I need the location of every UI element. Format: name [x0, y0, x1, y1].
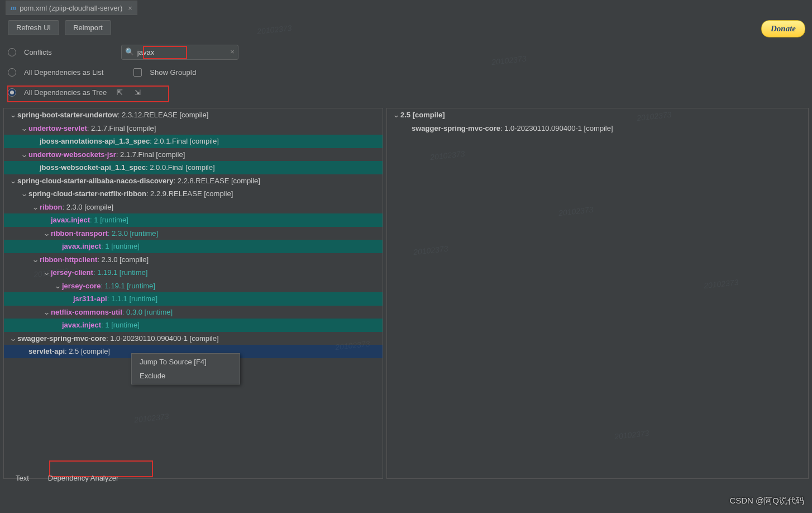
radio-tree[interactable]: [8, 88, 16, 97]
tree-row[interactable]: ⌄undertow-websockets-jsr : 2.1.7.Final […: [4, 148, 383, 162]
context-menu: Jump To Source [F4] Exclude: [131, 353, 240, 384]
check-show-groupid[interactable]: [133, 68, 142, 77]
dependency-version: : 2.1.7.Final [compile]: [87, 124, 156, 132]
right-usage-tree: ⌄2.5 [compile]swagger-spring-mvc-core : …: [386, 108, 809, 479]
dependency-name: javax.inject: [51, 216, 90, 224]
search-icon: 🔍: [125, 48, 134, 56]
radio-conflicts[interactable]: [8, 48, 16, 56]
tree-row[interactable]: ⌄netflix-commons-util : 0.3.0 [runtime]: [4, 306, 383, 319]
show-groupid-label: Show GroupId: [150, 68, 196, 77]
tree-row[interactable]: ⌄swagger-spring-mvc-core : 1.0-20230110.…: [4, 332, 383, 345]
dependency-name: spring-cloud-starter-netflix-ribbon: [28, 189, 146, 198]
tab-text[interactable]: Text: [8, 471, 37, 485]
chevron-down-icon[interactable]: ⌄: [9, 111, 18, 119]
clear-search-icon[interactable]: ×: [230, 48, 235, 56]
chevron-down-icon[interactable]: ⌄: [31, 203, 41, 211]
chevron-down-icon[interactable]: ⌄: [20, 124, 30, 132]
tree-row[interactable]: javax.inject : 1 [runtime]: [4, 240, 383, 253]
tree-row[interactable]: ⌄spring-cloud-starter-alibaba-nacos-disc…: [4, 174, 383, 188]
dependency-name: jersey-core: [62, 282, 101, 290]
tree-row[interactable]: ⌄spring-cloud-starter-netflix-ribbon : 2…: [4, 187, 383, 201]
tab-title: pom.xml (zpiip-cloudhall-server): [20, 4, 122, 12]
tree-row[interactable]: ⌄spring-boot-starter-undertow : 2.3.12.R…: [4, 108, 383, 122]
chevron-down-icon[interactable]: ⌄: [20, 150, 30, 159]
chevron-down-icon[interactable]: ⌄: [9, 334, 18, 343]
dependency-name: ribbon-httpclient: [40, 255, 97, 264]
close-icon[interactable]: ×: [128, 4, 132, 12]
conflicts-label: Conflicts: [24, 48, 52, 56]
chevron-down-icon[interactable]: ⌄: [42, 308, 52, 316]
chevron-down-icon[interactable]: ⌄: [42, 268, 52, 277]
dependency-name: 2.5 [compile]: [400, 111, 445, 119]
tab-dependency-analyzer[interactable]: Dependency Analyzer: [40, 471, 126, 485]
donate-button[interactable]: Donate: [761, 20, 805, 37]
search-input[interactable]: [121, 45, 238, 60]
dependency-version: : 1.0-20230110.090400-1 [compile]: [106, 334, 219, 343]
list-label: All Dependencies as List: [24, 68, 103, 77]
tree-row[interactable]: ⌄ribbon-transport : 2.3.0 [runtime]: [4, 227, 383, 240]
chevron-down-icon[interactable]: ⌄: [31, 255, 41, 264]
tree-row[interactable]: ⌄jersey-core : 1.19.1 [runtime]: [4, 279, 383, 293]
dependency-name: netflix-commons-util: [51, 308, 122, 316]
dependency-name: spring-cloud-starter-alibaba-nacos-disco…: [17, 177, 174, 185]
tree-row[interactable]: javax.inject : 1 [runtime]: [4, 213, 383, 227]
dependency-name: jsr311-api: [73, 294, 107, 303]
dependency-name: ribbon-transport: [51, 229, 108, 238]
ctx-jump-to-source[interactable]: Jump To Source [F4]: [132, 355, 240, 369]
dependency-name: javax.inject: [62, 321, 101, 329]
dependency-version: : 1 [runtime]: [101, 321, 140, 329]
dependency-version: : 2.5 [compile]: [65, 347, 110, 355]
tree-row[interactable]: ⌄jersey-client : 1.19.1 [runtime]: [4, 266, 383, 279]
dependency-name: spring-boot-starter-undertow: [17, 111, 118, 119]
dependency-version: : 2.1.7.Final [compile]: [116, 150, 185, 159]
tree-row[interactable]: jboss-annotations-api_1.3_spec : 2.0.1.F…: [4, 135, 383, 148]
editor-tab[interactable]: m pom.xml (zpiip-cloudhall-server) ×: [6, 1, 137, 15]
dependency-name: swagger-spring-mvc-core: [17, 334, 106, 343]
dependency-version: : 0.3.0 [runtime]: [122, 308, 173, 316]
dependency-version: : 2.0.1.Final [compile]: [150, 137, 219, 145]
dependency-version: : 1.0-20230110.090400-1 [compile]: [500, 124, 613, 132]
dependency-name: servlet-api: [28, 347, 65, 355]
dependency-name: undertow-websockets-jsr: [28, 150, 116, 159]
attribution: CSDN @阿Q说代码: [729, 496, 804, 506]
tree-row[interactable]: ⌄undertow-servlet : 2.1.7.Final [compile…: [4, 122, 383, 135]
search-input-wrapper: 🔍 ×: [121, 45, 238, 60]
dependency-version: : 1.19.1 [runtime]: [93, 268, 148, 277]
reimport-button[interactable]: Reimport: [65, 20, 111, 35]
dependency-name: jboss-websocket-api_1.1_spec: [40, 163, 146, 172]
dependency-version: : 2.3.0 [compile]: [97, 255, 149, 264]
tree-row[interactable]: ⌄ribbon-httpclient : 2.3.0 [compile]: [4, 253, 383, 267]
left-dependency-tree: ⌄spring-boot-starter-undertow : 2.3.12.R…: [3, 108, 383, 479]
chevron-down-icon[interactable]: ⌄: [392, 111, 402, 119]
collapse-all-icon[interactable]: ⇲: [132, 88, 142, 97]
expand-all-icon[interactable]: ⇱: [114, 88, 125, 97]
dependency-version: : 2.3.0 [compile]: [62, 203, 113, 211]
tree-row[interactable]: javax.inject : 1 [runtime]: [4, 319, 383, 332]
tree-row[interactable]: ⌄2.5 [compile]: [387, 108, 808, 122]
chevron-down-icon[interactable]: ⌄: [20, 189, 30, 198]
tree-row[interactable]: jboss-websocket-api_1.1_spec : 2.0.0.Fin…: [4, 161, 383, 174]
dependency-name: swagger-spring-mvc-core: [412, 124, 500, 132]
chevron-down-icon[interactable]: ⌄: [54, 282, 63, 290]
dependency-name: javax.inject: [62, 242, 101, 250]
dependency-version: : 1 [runtime]: [101, 242, 140, 250]
maven-icon: m: [11, 3, 16, 12]
dependency-name: jersey-client: [51, 268, 93, 277]
dependency-version: : 2.3.0 [runtime]: [108, 229, 158, 238]
chevron-down-icon[interactable]: ⌄: [42, 229, 52, 238]
dependency-name: ribbon: [40, 203, 62, 211]
radio-list[interactable]: [8, 68, 16, 77]
tree-row[interactable]: jsr311-api : 1.1.1 [runtime]: [4, 292, 383, 306]
tree-label: All Dependencies as Tree: [24, 88, 107, 97]
dependency-name: undertow-servlet: [28, 124, 87, 132]
tree-row[interactable]: swagger-spring-mvc-core : 1.0-20230110.0…: [387, 122, 808, 135]
dependency-version: : 1 [runtime]: [90, 216, 128, 224]
dependency-name: jboss-annotations-api_1.3_spec: [40, 137, 150, 145]
dependency-version: : 2.3.12.RELEASE [compile]: [118, 111, 209, 119]
ctx-exclude[interactable]: Exclude: [132, 369, 240, 383]
dependency-version: : 2.2.9.RELEASE [compile]: [146, 189, 233, 198]
tree-row[interactable]: ⌄ribbon : 2.3.0 [compile]: [4, 201, 383, 214]
dependency-version: : 2.0.0.Final [compile]: [146, 163, 215, 172]
refresh-ui-button[interactable]: Refresh UI: [8, 20, 59, 35]
chevron-down-icon[interactable]: ⌄: [9, 177, 18, 185]
